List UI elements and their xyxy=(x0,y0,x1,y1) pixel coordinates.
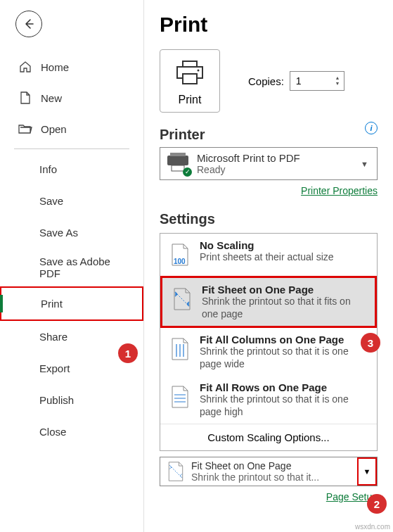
sidebar-item-close[interactable]: Close xyxy=(0,416,143,448)
fit-sheet-icon xyxy=(169,284,195,315)
sidebar-item-new[interactable]: New xyxy=(0,82,143,113)
sidebar-item-print[interactable]: Print xyxy=(0,286,143,321)
opt-title: Fit All Rows on One Page xyxy=(200,381,370,393)
scaling-opt-fit-sheet[interactable]: Fit Sheet on One Page Shrink the printou… xyxy=(160,276,377,328)
open-folder-icon xyxy=(18,122,32,136)
sidebar-label: Open xyxy=(41,123,67,135)
opt-desc: Print sheets at their actual size xyxy=(200,251,370,264)
watermark: wsxdn.com xyxy=(355,523,390,531)
new-file-icon xyxy=(18,91,32,105)
copies-value: 1 xyxy=(290,75,302,87)
svg-point-2 xyxy=(198,70,200,72)
opt-title: Fit Sheet on One Page xyxy=(202,284,368,296)
no-scaling-icon: 100 xyxy=(167,239,193,270)
chevron-down-icon: ▼ xyxy=(333,81,342,87)
sidebar-divider xyxy=(14,148,129,149)
sidebar-item-saveas[interactable]: Save As xyxy=(0,217,143,248)
opt-desc: Shrink the printout so that it is one pa… xyxy=(200,393,370,418)
chevron-up-icon: ▲ xyxy=(333,75,342,81)
home-icon xyxy=(18,60,32,74)
page-title: Print xyxy=(160,13,378,37)
svg-rect-5 xyxy=(170,153,186,156)
opt-title: No Scaling xyxy=(200,239,370,251)
svg-rect-4 xyxy=(172,165,184,171)
settings-heading: Settings xyxy=(160,211,378,227)
callout-badge-3: 3 xyxy=(361,333,380,353)
printer-heading: Printer xyxy=(160,127,205,143)
sidebar-item-home[interactable]: Home xyxy=(0,51,143,82)
main-panel: Print Print Copies: 1 ▲ ▼ Printer i xyxy=(144,0,393,532)
fit-sheet-icon xyxy=(160,457,191,486)
printer-name: Microsoft Print to PDF xyxy=(197,152,361,164)
svg-rect-3 xyxy=(167,156,188,165)
backstage-sidebar: Home New Open Info Save Save As Save as … xyxy=(0,0,144,532)
scaling-flyout: 100 No Scaling Print sheets at their act… xyxy=(160,233,378,451)
printer-icon xyxy=(174,60,205,85)
sidebar-item-saveadobe[interactable]: Save as Adobe PDF xyxy=(0,248,143,286)
printer-selector[interactable]: ✓ Microsoft Print to PDF Ready ▼ xyxy=(160,147,378,180)
callout-badge-1: 1 xyxy=(118,343,138,363)
print-button[interactable]: Print xyxy=(160,49,220,113)
fit-columns-icon xyxy=(167,334,193,365)
sidebar-label: Home xyxy=(41,61,69,73)
custom-scaling-option[interactable]: Custom Scaling Options... xyxy=(160,424,377,450)
sidebar-item-publish[interactable]: Publish xyxy=(0,384,143,416)
back-arrow-icon xyxy=(23,18,34,30)
printer-device-icon: ✓ xyxy=(166,153,190,175)
dd-title: Fit Sheet on One Page xyxy=(191,460,357,471)
opt-desc: Shrink the printout so that it is one pa… xyxy=(200,346,370,370)
sidebar-label: New xyxy=(41,92,62,104)
back-button[interactable] xyxy=(15,11,42,37)
chevron-down-icon: ▼ xyxy=(363,467,371,476)
printer-properties-link[interactable]: Printer Properties xyxy=(301,185,378,196)
sidebar-item-save[interactable]: Save xyxy=(0,185,143,217)
scaling-opt-fit-rows[interactable]: Fit All Rows on One Page Shrink the prin… xyxy=(160,376,377,424)
opt-title: Fit All Columns on One Page xyxy=(200,334,370,346)
sidebar-item-info[interactable]: Info xyxy=(0,153,143,185)
dd-desc: Shrink the printout so that it... xyxy=(191,471,357,483)
fit-rows-icon xyxy=(167,381,193,412)
svg-rect-1 xyxy=(183,74,197,84)
info-icon[interactable]: i xyxy=(365,122,378,134)
scaling-dropdown[interactable]: Fit Sheet on One Page Shrink the printou… xyxy=(160,457,378,486)
copies-spinner[interactable]: 1 ▲ ▼ xyxy=(290,71,344,91)
print-button-label: Print xyxy=(174,94,205,106)
active-indicator xyxy=(0,295,3,312)
opt-desc: Shrink the printout so that it fits on o… xyxy=(202,296,368,320)
scaling-opt-none[interactable]: 100 No Scaling Print sheets at their act… xyxy=(160,234,377,276)
callout-badge-2: 2 xyxy=(367,494,387,514)
check-badge-icon: ✓ xyxy=(183,167,192,177)
scaling-dropdown-toggle[interactable]: ▼ xyxy=(357,457,377,486)
svg-text:100: 100 xyxy=(174,258,186,265)
spinner-arrows[interactable]: ▲ ▼ xyxy=(333,72,342,90)
printer-status: Ready xyxy=(197,164,361,175)
copies-label: Copies: xyxy=(248,75,284,87)
svg-rect-0 xyxy=(183,61,197,67)
chevron-down-icon: ▼ xyxy=(361,160,371,168)
sidebar-item-open[interactable]: Open xyxy=(0,113,143,144)
scaling-opt-fit-cols[interactable]: Fit All Columns on One Page Shrink the p… xyxy=(160,328,377,376)
